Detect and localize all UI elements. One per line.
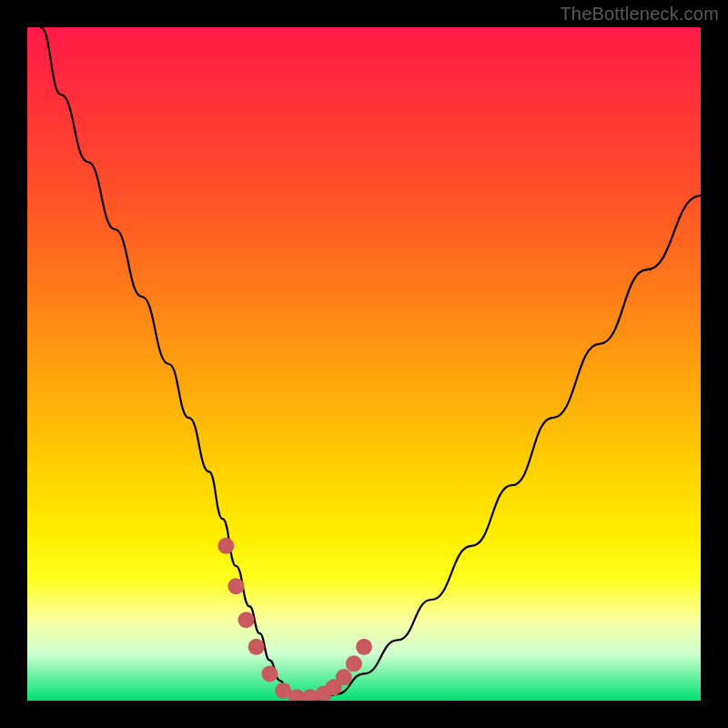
watermark-text: TheBottleneck.com <box>560 4 719 25</box>
gradient-background <box>27 27 701 701</box>
chart-frame: TheBottleneck.com <box>0 0 728 728</box>
plot-area <box>27 27 701 701</box>
